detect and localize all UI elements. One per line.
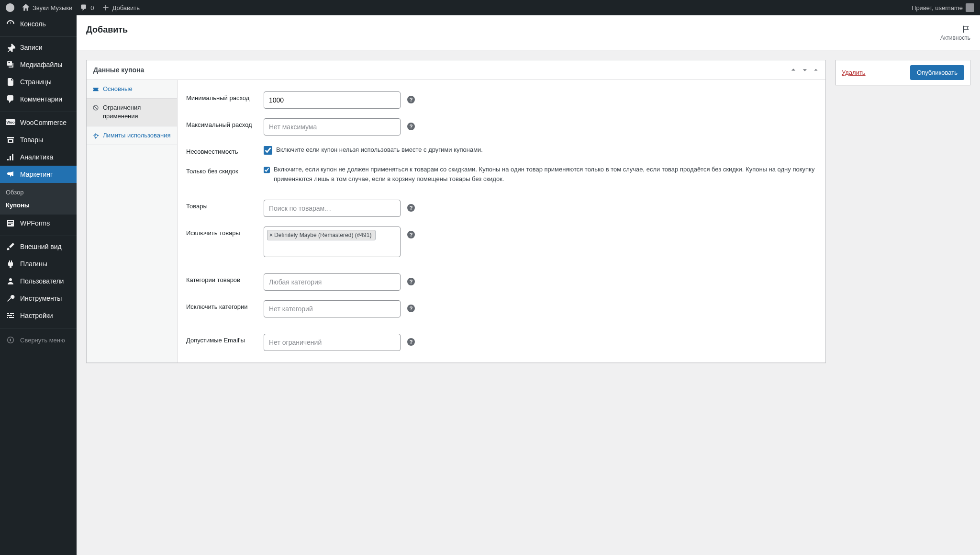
- collapse-label: Свернуть меню: [20, 337, 65, 344]
- individual-use-label: Несовместимость: [186, 145, 257, 155]
- max-spend-input[interactable]: [264, 118, 401, 136]
- forms-icon: [6, 218, 15, 228]
- ban-icon: [92, 104, 99, 111]
- tab-label: Основные: [103, 85, 133, 93]
- publish-button[interactable]: Опубликовать: [910, 65, 964, 80]
- help-icon[interactable]: ?: [407, 278, 415, 285]
- help-icon[interactable]: ?: [407, 338, 415, 346]
- individual-use-checkbox[interactable]: [264, 146, 272, 155]
- menu-label: Аналитика: [20, 153, 53, 161]
- metabox-title: Данные купона: [93, 66, 144, 74]
- min-spend-label: Минимальный расход: [186, 91, 257, 102]
- menu-item-media[interactable]: Медиафайлы: [0, 56, 77, 73]
- admin-sidebar: Консоль Записи Медиафайлы Страницы Комме…: [0, 15, 77, 555]
- tab-label: Ограничения применения: [103, 103, 171, 121]
- megaphone-icon: [6, 170, 15, 179]
- exclude-categories-label: Исключить категории: [186, 300, 257, 310]
- svg-text:Woo: Woo: [6, 120, 14, 125]
- menu-label: WPForms: [20, 219, 50, 227]
- content-area: Добавить Активность Данные купона: [77, 15, 980, 555]
- add-new-link[interactable]: Добавить: [102, 4, 140, 11]
- move-up-icon[interactable]: [790, 67, 797, 73]
- menu-item-dashboard[interactable]: Консоль: [0, 15, 77, 33]
- collapse-icon: [6, 335, 15, 345]
- tab-limits[interactable]: Лимиты использования: [87, 126, 177, 145]
- menu-item-appearance[interactable]: Внешний вид: [0, 238, 77, 255]
- categories-label: Категории товаров: [186, 273, 257, 283]
- collapse-menu[interactable]: Свернуть меню: [0, 330, 77, 350]
- menu-label: Настройки: [20, 312, 53, 319]
- menu-label: Пользователи: [20, 277, 64, 285]
- exclude-sale-label: Только без скидок: [186, 165, 257, 175]
- menu-item-analytics[interactable]: Аналитика: [0, 148, 77, 166]
- help-icon[interactable]: ?: [407, 305, 415, 312]
- products-search-input[interactable]: [264, 200, 401, 217]
- emails-label: Допустимые Email'ы: [186, 334, 257, 344]
- comments-count: 0: [90, 4, 94, 11]
- wp-logo-link[interactable]: [6, 3, 14, 12]
- menu-label: Внешний вид: [20, 243, 62, 250]
- help-icon[interactable]: ?: [407, 123, 415, 130]
- submenu-overview[interactable]: Обзор: [0, 186, 77, 199]
- coupon-tabs: Основные Ограничения применения Лимиты и…: [87, 80, 178, 362]
- user-account-link[interactable]: Привет, username: [912, 3, 974, 12]
- comments-link[interactable]: 0: [80, 4, 94, 11]
- coupon-data-metabox: Данные купона Основные: [86, 60, 826, 363]
- toggle-icon[interactable]: [813, 67, 819, 73]
- menu-label: WooCommerce: [20, 119, 67, 126]
- exclude-products-label: Исключить товары: [186, 227, 257, 237]
- menu-item-products[interactable]: Товары: [0, 131, 77, 148]
- product-tag: × Definitely Maybe (Remastered) (#491): [267, 230, 376, 240]
- products-icon: [6, 135, 15, 145]
- menu-item-settings[interactable]: Настройки: [0, 307, 77, 324]
- menu-item-pages[interactable]: Страницы: [0, 73, 77, 91]
- tab-restrictions[interactable]: Ограничения применения: [87, 99, 177, 126]
- site-home-link[interactable]: Звуки Музыки: [22, 4, 72, 11]
- menu-item-marketing[interactable]: Маркетинг: [0, 166, 77, 183]
- analytics-icon: [6, 152, 15, 162]
- content-header: Добавить Активность: [77, 15, 980, 50]
- user-icon: [6, 276, 15, 286]
- svg-rect-3: [8, 221, 13, 222]
- page-icon: [6, 77, 15, 87]
- remove-tag-icon[interactable]: ×: [269, 232, 273, 238]
- categories-select[interactable]: Любая категория: [264, 273, 401, 291]
- delete-link[interactable]: Удалить: [842, 69, 866, 76]
- brush-icon: [6, 242, 15, 251]
- help-icon[interactable]: ?: [407, 231, 415, 238]
- help-icon[interactable]: ?: [407, 204, 415, 212]
- menu-label: Консоль: [20, 20, 46, 28]
- limits-icon: [92, 132, 99, 139]
- help-icon[interactable]: ?: [407, 96, 415, 103]
- wrench-icon: [6, 294, 15, 303]
- greeting-text: Привет, username: [912, 4, 963, 11]
- menu-item-comments[interactable]: Комментарии: [0, 91, 77, 108]
- exclude-categories-select[interactable]: Нет категорий: [264, 300, 401, 317]
- exclude-sale-checkbox[interactable]: [264, 166, 270, 174]
- dashboard-icon: [6, 19, 15, 29]
- activity-button[interactable]: Активность: [940, 25, 970, 41]
- menu-item-tools[interactable]: Инструменты: [0, 290, 77, 307]
- max-spend-label: Максимальный расход: [186, 118, 257, 128]
- min-spend-input[interactable]: [264, 91, 401, 109]
- menu-item-woocommerce[interactable]: Woo WooCommerce: [0, 114, 77, 131]
- emails-input[interactable]: [264, 334, 401, 351]
- page-title: Добавить: [86, 25, 128, 35]
- admin-bar: Звуки Музыки 0 Добавить Привет, username: [0, 0, 980, 15]
- exclude-products-input[interactable]: × Definitely Maybe (Remastered) (#491): [264, 227, 401, 257]
- submenu-coupons[interactable]: Купоны: [0, 199, 77, 212]
- move-down-icon[interactable]: [802, 67, 808, 73]
- add-new-label: Добавить: [112, 4, 140, 11]
- menu-item-plugins[interactable]: Плагины: [0, 255, 77, 272]
- menu-item-wpforms[interactable]: WPForms: [0, 215, 77, 232]
- home-icon: [22, 4, 30, 11]
- svg-point-6: [9, 278, 12, 281]
- menu-item-posts[interactable]: Записи: [0, 39, 77, 56]
- menu-label: Записи: [20, 44, 42, 51]
- menu-item-users[interactable]: Пользователи: [0, 272, 77, 290]
- menu-label: Комментарии: [20, 95, 62, 103]
- publish-box: Удалить Опубликовать: [835, 60, 970, 85]
- menu-label: Товары: [20, 136, 43, 144]
- tab-general[interactable]: Основные: [87, 80, 177, 99]
- sliders-icon: [6, 311, 15, 320]
